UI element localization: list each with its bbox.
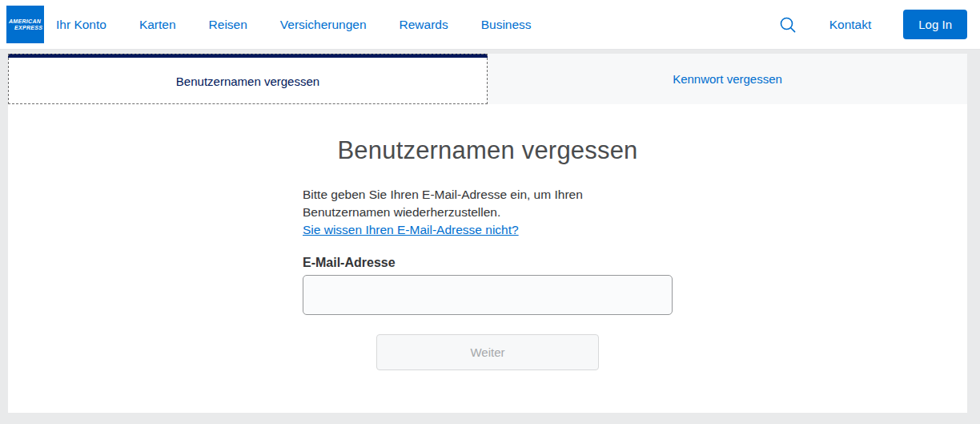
nav-item-rewards[interactable]: Rewards — [400, 18, 448, 32]
amex-logo[interactable]: AMERICAN EXPRESS — [6, 6, 44, 43]
nav-item-ihr-konto[interactable]: Ihr Konto — [56, 18, 106, 32]
search-icon[interactable] — [778, 15, 797, 34]
forgot-username-panel: Benutzernamen vergessen Bitte geben Sie … — [8, 104, 967, 413]
nav-item-business[interactable]: Business — [481, 18, 532, 32]
top-navbar: AMERICAN EXPRESS Ihr Konto Karten Reisen… — [0, 0, 980, 50]
nav-item-reisen[interactable]: Reisen — [209, 18, 247, 32]
page-title: Benutzernamen vergessen — [8, 136, 967, 165]
navbar-right-cluster: Kontakt Log In — [778, 10, 967, 39]
tab-active-label: Benutzernamen vergessen — [176, 75, 319, 88]
content-card: Benutzernamen vergessen Kennwort vergess… — [8, 54, 967, 413]
instruction-text: Bitte geben Sie Ihren E-Mail-Adresse ein… — [303, 186, 673, 221]
nav-item-karten[interactable]: Karten — [139, 18, 176, 32]
kontakt-link[interactable]: Kontakt — [829, 18, 872, 32]
weiter-button[interactable]: Weiter — [376, 334, 599, 370]
tab-benutzernamen-vergessen[interactable]: Benutzernamen vergessen — [8, 54, 488, 104]
nav-item-versicherungen[interactable]: Versicherungen — [280, 18, 367, 32]
email-field-label: E-Mail-Adresse — [303, 256, 673, 270]
tab-bar: Benutzernamen vergessen Kennwort vergess… — [8, 54, 967, 104]
amex-logo-line1: AMERICAN — [9, 18, 44, 25]
email-unknown-link[interactable]: Sie wissen Ihren E-Mail-Adresse nicht? — [303, 221, 519, 239]
amex-logo-line2: EXPRESS — [9, 25, 44, 31]
main-navigation: Ihr Konto Karten Reisen Versicherungen R… — [56, 18, 532, 32]
login-button[interactable]: Log In — [903, 10, 967, 39]
form-column: Bitte geben Sie Ihren E-Mail-Adresse ein… — [303, 186, 673, 370]
email-input[interactable] — [303, 275, 673, 315]
tab-inactive-label: Kennwort vergessen — [673, 72, 782, 86]
tab-kennwort-vergessen[interactable]: Kennwort vergessen — [488, 54, 967, 104]
